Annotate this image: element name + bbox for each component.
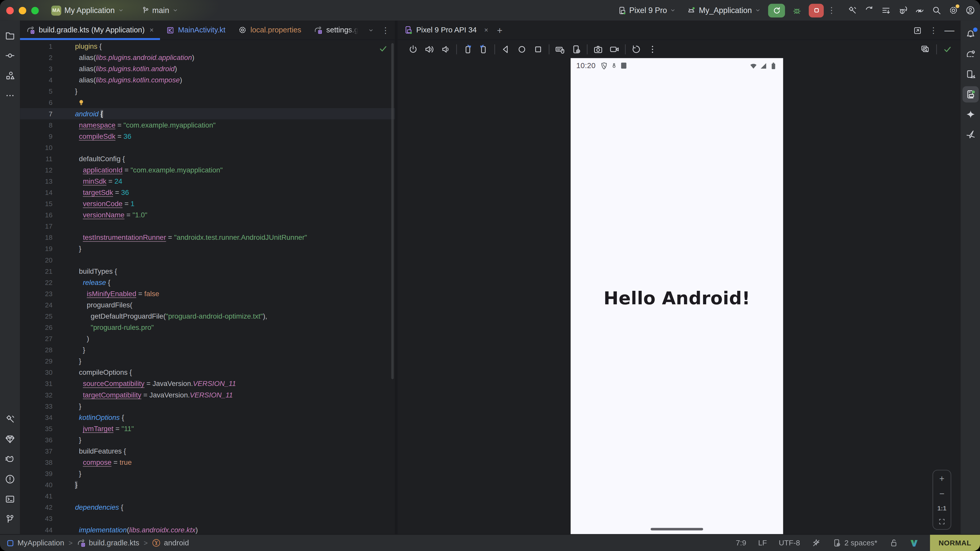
- vim-plugin-icon[interactable]: [910, 539, 918, 547]
- rotate-left-icon[interactable]: [463, 44, 473, 54]
- code-line[interactable]: 11 defaultConfig {: [20, 153, 395, 164]
- code-line[interactable]: 19 }: [20, 243, 395, 254]
- code-line[interactable]: 5}: [20, 86, 395, 97]
- search-everywhere-icon[interactable]: [932, 6, 941, 15]
- back-icon[interactable]: [501, 44, 511, 54]
- editor-tab[interactable]: settings.g: [307, 21, 365, 39]
- gemini-sparkle-icon[interactable]: [962, 106, 978, 122]
- rerun-button[interactable]: [768, 3, 785, 17]
- code-line[interactable]: 21 buildTypes {: [20, 265, 395, 277]
- keyboard-input-icon[interactable]: [555, 44, 565, 54]
- editor-scrollbar[interactable]: [391, 43, 394, 380]
- volume-down-icon[interactable]: [441, 44, 451, 54]
- settings-icon[interactable]: [949, 6, 958, 15]
- commit-icon[interactable]: [2, 48, 18, 64]
- run-configuration-selector[interactable]: My_Application: [683, 4, 764, 17]
- breadcrumb-item[interactable]: build.gradle.kts: [77, 538, 139, 547]
- project-selector[interactable]: MA My Application: [48, 3, 127, 17]
- structure-icon[interactable]: [2, 67, 18, 84]
- code-line[interactable]: 32 targetCompatibility = JavaVersion.VER…: [20, 389, 395, 400]
- code-line[interactable]: 34 kotlinOptions {: [20, 412, 395, 423]
- code-line[interactable]: 17: [20, 221, 395, 232]
- editor-tab[interactable]: build.gradle.kts (My Application)×: [20, 21, 160, 39]
- build-hammer-icon[interactable]: [2, 411, 18, 427]
- new-device-tab-button[interactable]: +: [497, 25, 502, 35]
- code-line[interactable]: 1plugins {: [20, 41, 395, 52]
- panel-options-kebab[interactable]: ⋮: [929, 25, 937, 35]
- tab-options-kebab[interactable]: ⋮: [378, 21, 385, 39]
- ui-check-icon[interactable]: [921, 44, 930, 54]
- tab-list-chevron[interactable]: [365, 21, 378, 39]
- code-line[interactable]: 35 jvmTarget = "11": [20, 423, 395, 434]
- code-line[interactable]: 14 targetSdk = 36: [20, 187, 395, 198]
- run-options-kebab[interactable]: ⋮: [827, 6, 835, 15]
- rotate-right-icon[interactable]: [479, 44, 489, 54]
- code-line[interactable]: 27 ): [20, 333, 395, 344]
- zoom-in-button[interactable]: +: [939, 474, 945, 483]
- profile-app-icon[interactable]: [898, 6, 907, 15]
- breadcrumb-item[interactable]: android: [152, 538, 189, 547]
- account-icon[interactable]: [966, 6, 975, 15]
- home-icon[interactable]: [517, 44, 527, 54]
- code-line[interactable]: 16 versionName = "1.0": [20, 209, 395, 221]
- gem-icon[interactable]: [2, 431, 18, 448]
- code-line[interactable]: 44 implementation(libs.androidx.core.ktx…: [20, 524, 395, 534]
- project-folder-icon[interactable]: [2, 27, 18, 44]
- overview-icon[interactable]: [533, 44, 543, 54]
- file-encoding[interactable]: UTF-8: [779, 538, 800, 547]
- code-line[interactable]: 42dependencies {: [20, 502, 395, 513]
- plane-icon[interactable]: [962, 126, 978, 143]
- screen-record-icon[interactable]: [609, 44, 619, 54]
- code-line[interactable]: 41: [20, 490, 395, 502]
- code-line[interactable]: 9 compileSdk = 36: [20, 130, 395, 142]
- code-line[interactable]: 37 buildFeatures {: [20, 445, 395, 457]
- code-line[interactable]: 31 sourceCompatibility = JavaVersion.VER…: [20, 378, 395, 389]
- code-line[interactable]: 20: [20, 254, 395, 265]
- minimize-window-button[interactable]: [19, 6, 26, 14]
- caret-position[interactable]: 7:9: [736, 538, 746, 547]
- running-devices-icon[interactable]: [962, 86, 978, 103]
- code-line[interactable]: 15 versionCode = 1: [20, 198, 395, 209]
- code-line[interactable]: 29 }: [20, 355, 395, 367]
- code-line[interactable]: 22 release {: [20, 277, 395, 288]
- code-line[interactable]: 38 compose = true: [20, 457, 395, 468]
- vim-mode-badge[interactable]: NORMAL: [930, 535, 980, 551]
- reset-icon[interactable]: [631, 44, 641, 54]
- fit-to-window-icon[interactable]: [938, 518, 945, 525]
- editor-tab[interactable]: local.properties: [232, 21, 307, 39]
- problems-icon[interactable]: [2, 471, 18, 487]
- emulator-screen[interactable]: 10:20 A Hello Android!: [571, 58, 783, 534]
- code-line[interactable]: 2 alias(libs.plugins.android.application…: [20, 52, 395, 63]
- indent-setting[interactable]: 2 spaces*: [832, 538, 877, 547]
- inspections-ok-icon[interactable]: [379, 44, 387, 56]
- line-ending[interactable]: LF: [758, 538, 767, 547]
- code-line[interactable]: 7android {: [20, 108, 395, 119]
- device-tab[interactable]: Pixel 9 Pro API 34 ×: [404, 25, 488, 34]
- branch-selector[interactable]: main: [137, 4, 182, 17]
- quickfix-bulb-icon[interactable]: [78, 98, 85, 109]
- logcat-cat-icon[interactable]: [2, 451, 18, 467]
- pane-divider[interactable]: [395, 21, 398, 534]
- stop-button[interactable]: [809, 3, 824, 17]
- terminal-icon[interactable]: [2, 491, 18, 507]
- code-line[interactable]: 4 alias(libs.plugins.kotlin.compose): [20, 74, 395, 86]
- gradle-elephant-icon[interactable]: [962, 46, 978, 62]
- power-icon[interactable]: [408, 44, 418, 54]
- ai-assistant-disabled-icon[interactable]: [812, 538, 821, 547]
- code-line[interactable]: 23 isMinifyEnabled = false: [20, 288, 395, 299]
- zoom-out-button[interactable]: −: [939, 489, 945, 498]
- code-line[interactable]: 25 getDefaultProguardFile("proguard-andr…: [20, 310, 395, 322]
- device-manager-icon[interactable]: [962, 66, 978, 83]
- code-line[interactable]: 26 "proguard-rules.pro": [20, 322, 395, 333]
- hide-panel-icon[interactable]: —: [944, 25, 954, 36]
- code-line[interactable]: 40}: [20, 479, 395, 490]
- zoom-actual-size-button[interactable]: 1:1: [937, 505, 946, 511]
- build-hammer-icon[interactable]: [848, 6, 857, 15]
- volume-up-icon[interactable]: [425, 44, 434, 54]
- more-horizontal-icon[interactable]: [2, 87, 18, 104]
- screenshot-camera-icon[interactable]: [593, 44, 603, 54]
- sync-gradle-icon[interactable]: [915, 6, 924, 15]
- code-line[interactable]: 10: [20, 142, 395, 153]
- code-line[interactable]: 8 namespace = "com.example.myapplication…: [20, 119, 395, 130]
- restart-activity-icon[interactable]: A: [864, 6, 874, 15]
